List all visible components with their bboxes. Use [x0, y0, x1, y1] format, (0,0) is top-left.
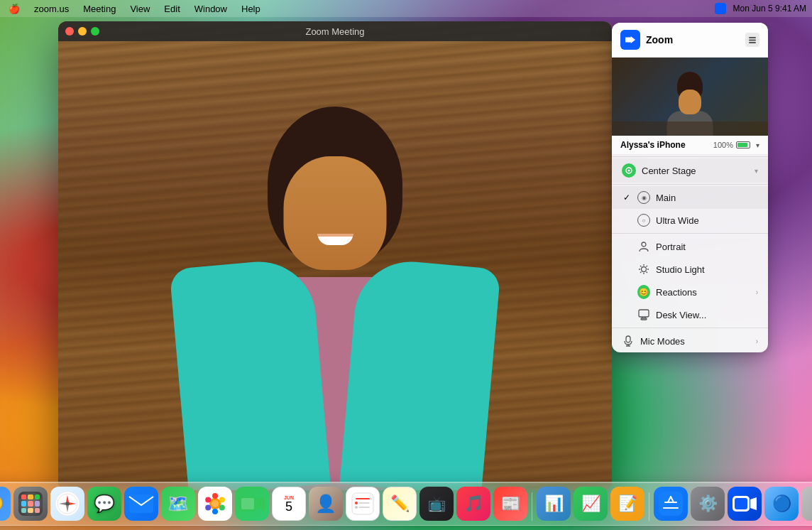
- svg-point-34: [212, 509, 218, 514]
- desk-view-check-placeholder: [622, 310, 632, 320]
- dock-appstore[interactable]: [654, 487, 688, 521]
- center-stage-label: Center Stage: [642, 166, 755, 176]
- ultrawide-label: Ultra Wide: [656, 215, 758, 226]
- dock-contacts[interactable]: 👤: [309, 487, 343, 521]
- studio-light-option[interactable]: Studio Light: [612, 258, 768, 281]
- svg-point-36: [205, 497, 211, 503]
- dock-reminders[interactable]: [346, 487, 380, 521]
- svg-rect-16: [641, 318, 647, 320]
- divider-4: [612, 328, 768, 328]
- expand-button[interactable]: [745, 33, 759, 47]
- svg-rect-15: [639, 310, 649, 317]
- dock-freeform[interactable]: ✏️: [383, 487, 417, 521]
- divider-2: [612, 184, 768, 185]
- center-stage-icon: [622, 163, 636, 178]
- studio-light-label: Studio Light: [656, 264, 758, 275]
- dropdown-app-name: Zoom: [646, 34, 745, 45]
- person-face: [284, 156, 387, 270]
- portrait-label: Portrait: [656, 242, 758, 252]
- camera-dropdown-panel: Zoom: [612, 23, 768, 352]
- reactions-label: Reactions: [656, 287, 756, 298]
- svg-point-33: [219, 505, 225, 511]
- svg-point-35: [205, 505, 211, 511]
- dock-unknown-app[interactable]: 🔵: [764, 487, 799, 521]
- zoom-title-bar: Zoom Meeting: [58, 21, 612, 41]
- center-stage-chevron: ▾: [755, 167, 758, 175]
- dock-zoom-app[interactable]: [728, 487, 762, 521]
- menu-zoom-us[interactable]: zoom.us: [31, 2, 72, 16]
- dock-mail[interactable]: [124, 487, 158, 521]
- svg-rect-0: [749, 37, 756, 38]
- dock-launchpad[interactable]: [13, 487, 48, 521]
- dock-facetime[interactable]: [235, 487, 269, 521]
- portrait-option[interactable]: Portrait: [612, 235, 768, 258]
- menu-clock: Mon Jun 5 9:41 AM: [733, 4, 806, 13]
- menu-meeting[interactable]: Meeting: [80, 2, 119, 16]
- main-cam-icon: ◉: [637, 191, 650, 204]
- camera-ultrawide-option[interactable]: ○ Ultra Wide: [612, 209, 768, 232]
- jacket-right: [339, 257, 500, 490]
- checkmark-icon: ✓: [622, 193, 632, 202]
- mic-modes-chevron: ›: [756, 337, 758, 345]
- minimize-button[interactable]: [78, 27, 87, 36]
- dock-keynote[interactable]: 📊: [537, 487, 571, 521]
- center-stage-row[interactable]: Center Stage ▾: [612, 158, 768, 183]
- dock-messages[interactable]: 💬: [87, 487, 121, 521]
- battery-info: 100% ▾: [713, 141, 759, 149]
- dock-numbers[interactable]: 📈: [574, 487, 608, 521]
- window-title: Zoom Meeting: [305, 26, 364, 37]
- divider-1: [612, 156, 768, 157]
- dock-separator: [532, 492, 532, 521]
- device-name: Alyssa's iPhone: [620, 140, 713, 150]
- svg-point-32: [219, 497, 225, 503]
- dock-maps[interactable]: 🗺️: [161, 487, 195, 521]
- dock-separator-2: [649, 492, 649, 521]
- menu-help[interactable]: Help: [238, 2, 263, 16]
- reactions-option[interactable]: 😊 Reactions ›: [612, 281, 768, 303]
- dock-appletv[interactable]: 📺: [419, 487, 454, 521]
- video-area: [58, 21, 612, 490]
- dock-pages[interactable]: 📝: [610, 487, 644, 521]
- svg-marker-52: [750, 497, 757, 510]
- svg-point-31: [212, 493, 218, 499]
- svg-point-45: [355, 506, 358, 509]
- dock-music[interactable]: 🎵: [456, 487, 490, 521]
- device-row: Alyssa's iPhone 100% ▾: [612, 136, 768, 155]
- studio-check-placeholder: [622, 264, 632, 274]
- mic-modes-option[interactable]: Mic Modes ›: [612, 330, 768, 352]
- divider-3: [612, 233, 768, 234]
- apple-menu[interactable]: 🍎: [6, 2, 23, 16]
- dock-finder[interactable]: 🙂: [0, 487, 11, 521]
- svg-line-14: [640, 272, 642, 274]
- camera-main-option[interactable]: ✓ ◉ Main: [612, 186, 768, 209]
- jacket-left: [169, 257, 330, 490]
- mic-modes-icon: [622, 335, 635, 347]
- dock-calendar[interactable]: JUN 5: [272, 487, 306, 521]
- person-video: [158, 78, 512, 490]
- dropdown-header: Zoom: [612, 23, 768, 58]
- zoom-app-icon: [620, 30, 640, 50]
- svg-line-13: [647, 266, 648, 267]
- battery-icon: [736, 141, 750, 148]
- portrait-icon: [637, 240, 650, 253]
- dock-safari[interactable]: [50, 487, 84, 521]
- menu-view[interactable]: View: [127, 2, 153, 16]
- close-button[interactable]: [65, 27, 74, 36]
- menu-edit[interactable]: Edit: [161, 2, 182, 16]
- desk-view-option[interactable]: Desk View...: [612, 303, 768, 326]
- dock-news[interactable]: 📰: [493, 487, 527, 521]
- main-label: Main: [656, 193, 758, 203]
- reactions-chevron: ›: [756, 288, 758, 296]
- battery-pct: 100%: [713, 141, 733, 149]
- menu-bar: 🍎 zoom.us Meeting View Edit Window Help …: [0, 0, 812, 17]
- dock-system-preferences[interactable]: ⚙️: [691, 487, 725, 521]
- maximize-button[interactable]: [91, 27, 99, 36]
- zoom-menu-bar-icon[interactable]: [715, 3, 726, 14]
- menu-window[interactable]: Window: [192, 2, 230, 16]
- dock-trash[interactable]: 🗑️: [801, 487, 812, 521]
- svg-line-12: [647, 272, 648, 274]
- dock: 🙂: [0, 482, 812, 526]
- svg-rect-1: [749, 40, 756, 41]
- device-chevron[interactable]: ▾: [756, 141, 759, 149]
- dock-photos[interactable]: [198, 487, 232, 521]
